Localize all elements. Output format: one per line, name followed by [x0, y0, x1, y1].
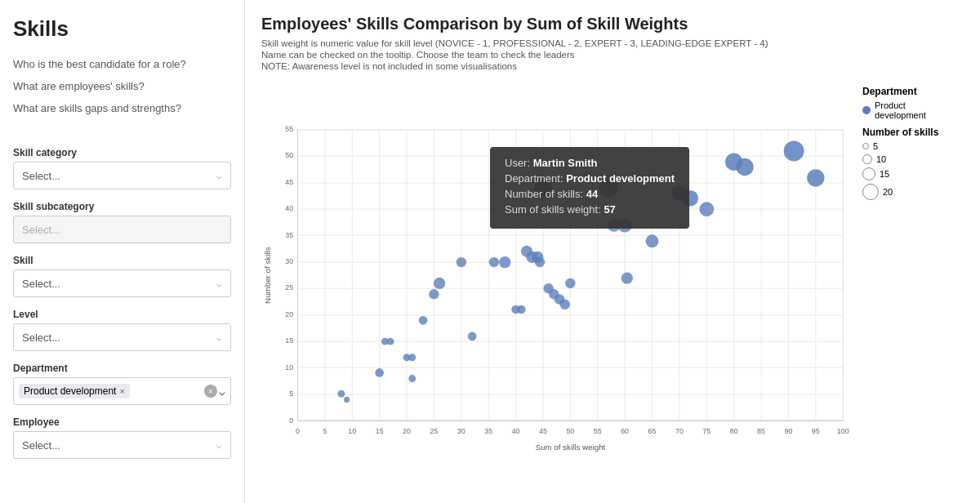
skill-category-select[interactable]: Select... ⌵ — [13, 162, 231, 189]
legend-size-15-label: 15 — [880, 169, 889, 179]
employee-placeholder: Select... — [22, 439, 60, 452]
skill-subcategory-filter: Skill subcategory Select... — [13, 201, 231, 243]
svg-text:60: 60 — [621, 427, 629, 435]
svg-point-74 — [408, 375, 416, 382]
svg-point-88 — [534, 180, 551, 197]
employee-label: Employee — [13, 416, 231, 428]
skill-subcategory-select[interactable]: Select... — [13, 216, 231, 243]
svg-text:85: 85 — [757, 427, 765, 435]
svg-point-69 — [375, 368, 384, 377]
level-select[interactable]: Select... ⌵ — [13, 323, 231, 351]
chevron-down-icon-4[interactable]: ⌵ — [219, 385, 225, 398]
svg-text:0: 0 — [296, 427, 300, 435]
svg-point-77 — [434, 278, 445, 289]
skill-placeholder: Select... — [22, 278, 60, 290]
svg-text:35: 35 — [484, 427, 492, 435]
legend-dept-label: Product development — [875, 100, 959, 120]
svg-text:15: 15 — [285, 336, 293, 345]
svg-point-71 — [387, 338, 394, 345]
svg-text:70: 70 — [675, 427, 684, 435]
legend-circle-10 — [862, 154, 872, 164]
chart-legend: Department Product development Number of… — [858, 78, 964, 495]
svg-point-67 — [337, 390, 345, 398]
scatter-chart: 0 5 10 15 20 25 30 35 40 45 50 55 60 65 … — [261, 78, 858, 495]
sidebar-link-gaps[interactable]: What are skills gaps and strengths? — [13, 100, 231, 116]
chevron-down-icon: ⌵ — [216, 171, 222, 181]
sidebar-title: Skills — [13, 16, 231, 42]
svg-text:100: 100 — [837, 427, 849, 435]
svg-point-87 — [535, 257, 545, 267]
svg-point-98 — [645, 234, 658, 247]
svg-point-101 — [699, 202, 714, 216]
skill-category-placeholder: Select... — [22, 170, 60, 182]
department-tag-remove[interactable]: × — [119, 386, 124, 396]
chevron-down-icon-5: ⌵ — [216, 440, 222, 451]
legend-size-5-label: 5 — [873, 141, 878, 151]
svg-text:50: 50 — [566, 427, 574, 435]
svg-text:20: 20 — [285, 310, 293, 318]
svg-point-104 — [784, 140, 804, 161]
svg-text:0: 0 — [289, 416, 293, 425]
svg-text:55: 55 — [285, 125, 293, 133]
level-label: Level — [13, 309, 231, 320]
skill-category-filter: Skill category Select... ⌵ — [13, 147, 231, 189]
svg-text:15: 15 — [376, 427, 384, 435]
sidebar-link-candidates[interactable]: Who is the best candidate for a role? — [13, 56, 231, 72]
svg-text:40: 40 — [512, 427, 520, 435]
svg-text:25: 25 — [430, 427, 438, 435]
employee-filter: Employee Select... ⌵ — [13, 416, 231, 459]
legend-circle-5 — [862, 143, 869, 149]
legend-size-title: Number of skills — [862, 127, 959, 138]
legend-dept-title: Department — [862, 86, 959, 97]
employee-select[interactable]: Select... ⌵ — [13, 431, 231, 459]
svg-text:10: 10 — [285, 363, 293, 372]
legend-size-20: 20 — [862, 184, 959, 200]
svg-text:50: 50 — [285, 151, 293, 159]
department-label: Department — [13, 363, 231, 374]
skill-subcategory-label: Skill subcategory — [13, 201, 231, 212]
svg-point-105 — [807, 169, 824, 186]
svg-point-80 — [489, 257, 499, 267]
svg-point-93 — [565, 278, 575, 288]
svg-point-75 — [419, 316, 428, 325]
svg-point-81 — [499, 256, 510, 268]
skill-select[interactable]: Select... ⌵ — [13, 269, 231, 297]
legend-dept-item: Product development — [862, 100, 959, 120]
x-axis-label: Sum of skills weight — [535, 443, 605, 452]
svg-point-78 — [457, 257, 466, 267]
svg-point-76 — [429, 289, 439, 299]
skill-filter: Skill Select... ⌵ — [13, 255, 231, 297]
svg-text:20: 20 — [403, 427, 411, 435]
svg-text:25: 25 — [285, 283, 293, 292]
chevron-down-icon-2: ⌵ — [216, 278, 222, 289]
department-tag: Product development × — [19, 384, 130, 398]
svg-point-68 — [344, 397, 350, 403]
legend-size-5: 5 — [862, 141, 959, 151]
svg-text:45: 45 — [539, 427, 547, 435]
sidebar-link-skills[interactable]: What are employees' skills? — [13, 78, 231, 94]
svg-text:65: 65 — [648, 427, 657, 435]
svg-point-97 — [621, 273, 633, 284]
skill-label: Skill — [13, 255, 231, 266]
level-placeholder: Select... — [22, 332, 60, 344]
legend-circle-15 — [862, 167, 875, 180]
svg-text:30: 30 — [457, 427, 466, 435]
svg-text:55: 55 — [594, 427, 602, 435]
svg-point-79 — [468, 332, 477, 341]
chart-note2: Name can be checked on the tooltip. Choo… — [261, 50, 964, 60]
svg-text:40: 40 — [285, 204, 293, 212]
svg-text:35: 35 — [285, 231, 293, 239]
legend-size-20-label: 20 — [883, 187, 893, 197]
svg-point-83 — [517, 305, 526, 314]
y-axis-label: Number of skills — [263, 247, 272, 304]
department-select[interactable]: Product development × × ⌵ — [13, 377, 231, 405]
sidebar: Skills Who is the best candidate for a r… — [0, 0, 245, 503]
chart-note3: NOTE: Awareness level is not included in… — [261, 61, 964, 71]
svg-point-94 — [599, 179, 618, 198]
legend-dept-dot — [862, 106, 871, 114]
department-clear-icon[interactable]: × — [204, 385, 217, 398]
svg-text:95: 95 — [812, 427, 820, 435]
svg-text:10: 10 — [348, 427, 356, 435]
svg-text:30: 30 — [285, 257, 293, 265]
main-content: Employees' Skills Comparison by Sum of S… — [245, 0, 980, 503]
